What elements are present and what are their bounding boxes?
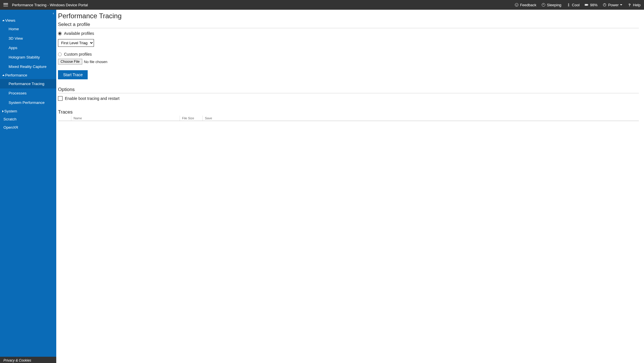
battery-label: 98% [590, 3, 597, 7]
page-title: Performance Tracing [58, 12, 639, 20]
available-profiles-radio[interactable]: Available profiles [58, 31, 639, 36]
nav-item-apps[interactable]: Apps [0, 43, 56, 53]
sleeping-label: Sleeping [547, 3, 561, 7]
nav-group-label: Performance [5, 73, 27, 77]
nav-item-system-performance[interactable]: System Performance [0, 98, 56, 107]
available-profiles-label: Available profiles [64, 31, 94, 36]
nav-item-3d-view[interactable]: 3D View [0, 34, 56, 43]
table-header-name[interactable]: Name [71, 116, 180, 121]
svg-point-0 [515, 3, 518, 6]
profile-select[interactable]: First Level Triage [58, 39, 94, 47]
triangle-up-icon [2, 20, 5, 21]
nav-group-performance[interactable]: Performance [0, 71, 56, 79]
menu-icon[interactable] [3, 3, 8, 7]
boot-tracing-label: Enable boot tracing and restart [65, 96, 119, 101]
battery-icon [585, 3, 589, 7]
table-header-blank [58, 116, 71, 121]
no-file-label: No file chosen [84, 60, 107, 64]
nav-item-performance-tracing[interactable]: Performance Tracing [0, 79, 56, 88]
nav-group-views[interactable]: Views [0, 17, 56, 24]
nav-group-label: System [4, 109, 17, 113]
nav-item-processes[interactable]: Processes [0, 88, 56, 98]
section-select-profile: Select a profile [58, 22, 639, 28]
svg-rect-7 [588, 5, 588, 5]
custom-profiles-radio-input[interactable] [58, 53, 62, 56]
choose-file-button[interactable]: Choose File [58, 59, 82, 64]
svg-point-2 [517, 4, 517, 5]
battery-status[interactable]: 98% [585, 3, 597, 7]
svg-rect-8 [585, 4, 587, 5]
table-header-size[interactable]: File Size [180, 116, 202, 121]
nav-item-openxr[interactable]: OpenXR [0, 123, 56, 132]
cool-label: Cool [572, 3, 580, 7]
custom-profiles-label: Custom profiles [64, 52, 92, 57]
start-trace-button[interactable]: Start Trace [58, 70, 88, 79]
section-options: Options [58, 87, 639, 93]
nav-group-label: Views [5, 18, 15, 23]
app-title: Performance Tracing - Windows Device Por… [12, 3, 88, 7]
nav-item-home[interactable]: Home [0, 24, 56, 34]
available-profiles-radio-input[interactable] [58, 32, 62, 35]
nav-group-system[interactable]: System [0, 107, 56, 115]
smile-icon [515, 3, 519, 7]
help-label: Help [633, 3, 641, 7]
triangle-up-icon [2, 74, 5, 76]
power-icon [603, 3, 607, 7]
temperature-status[interactable]: Cool [567, 3, 580, 7]
chevron-down-icon [620, 4, 622, 5]
boot-tracing-checkbox[interactable]: Enable boot tracing and restart [58, 96, 639, 101]
collapse-sidebar-button[interactable]: ‹ [53, 11, 54, 15]
checkbox-icon[interactable] [58, 96, 63, 101]
question-icon: ? [627, 3, 631, 7]
power-menu[interactable]: Power [603, 3, 622, 7]
feedback-button[interactable]: Feedback [515, 3, 536, 7]
custom-profiles-radio[interactable]: Custom profiles [58, 52, 639, 57]
svg-rect-4 [568, 3, 569, 5]
sidebar: ‹ Views Home 3D View Apps Hologram Stabi… [0, 10, 56, 363]
section-traces: Traces [58, 109, 639, 116]
triangle-right-icon [2, 110, 4, 112]
app-header: Performance Tracing - Windows Device Por… [0, 0, 644, 10]
nav-item-scratch[interactable]: Scratch [0, 115, 56, 123]
power-label: Power [608, 3, 619, 7]
sleeping-status[interactable]: Sleeping [541, 3, 561, 7]
feedback-label: Feedback [520, 3, 536, 7]
privacy-link[interactable]: Privacy & Cookies [0, 357, 56, 363]
clock-icon [541, 3, 545, 7]
svg-point-1 [516, 4, 516, 5]
nav-item-mixed-reality-capture[interactable]: Mixed Reality Capture [0, 62, 56, 71]
svg-point-5 [568, 5, 569, 7]
main-content: Performance Tracing Select a profile Ava… [56, 10, 644, 363]
help-button[interactable]: ? Help [627, 3, 641, 7]
nav-item-hologram-stability[interactable]: Hologram Stability [0, 53, 56, 62]
table-header-save[interactable]: Save [202, 116, 639, 121]
thermometer-icon [567, 3, 571, 7]
traces-table: Name File Size Save [58, 116, 639, 121]
